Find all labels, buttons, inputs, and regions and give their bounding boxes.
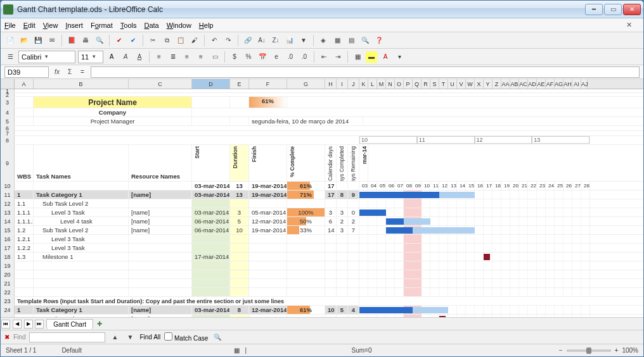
datasources-icon[interactable]: ▤ xyxy=(345,35,357,46)
zoom-in-icon[interactable]: + xyxy=(615,347,619,354)
help-icon[interactable]: ❓ xyxy=(373,35,385,46)
currency-icon[interactable]: $ xyxy=(229,51,240,63)
exponent-icon[interactable]: e xyxy=(271,51,282,63)
add-sheet-icon[interactable]: ✚ xyxy=(97,320,102,327)
sort-asc-icon[interactable]: A↓ xyxy=(256,35,267,46)
open-icon[interactable]: 📂 xyxy=(18,35,30,46)
del-decimal-icon[interactable]: .0 xyxy=(299,51,310,63)
close-button[interactable]: ✕ xyxy=(623,4,641,15)
menu-tools[interactable]: Tools xyxy=(120,22,137,29)
menu-insert[interactable]: Insert xyxy=(65,22,83,29)
spreadsheet-grid[interactable]: ABCDEFGHIJKLMNOPQRSTUVWXYZAAABACADAEAFAG… xyxy=(1,79,643,317)
save-icon[interactable]: 💾 xyxy=(32,35,44,46)
styles-icon[interactable]: ☰ xyxy=(4,51,16,63)
inc-indent-icon[interactable]: ⇥ xyxy=(332,51,344,63)
zoom-slider[interactable] xyxy=(567,349,611,352)
hyperlink-icon[interactable]: 🔗 xyxy=(242,35,254,46)
bgcolor-icon[interactable]: ▬ xyxy=(366,51,377,63)
sort-desc-icon[interactable]: Z↓ xyxy=(270,35,281,46)
dec-indent-icon[interactable]: ⇤ xyxy=(318,51,330,63)
menu-file[interactable]: File xyxy=(4,22,16,29)
sheet-prev-button[interactable]: ◀ xyxy=(13,320,22,329)
align-right-icon[interactable]: ≡ xyxy=(181,51,193,63)
menu-edit[interactable]: Edit xyxy=(23,22,35,29)
formula-input[interactable] xyxy=(91,66,640,78)
print-icon[interactable]: 🖶 xyxy=(80,35,91,46)
find-input[interactable] xyxy=(29,332,105,342)
toolbar-standard: 📄 📂 💾 ✉ 📕 🖶 🔍 ✔ ✔ ✂ ⧉ 📋 🖌 ↶ ↷ 🔗 A↓ Z↓ 📊 … xyxy=(1,32,643,49)
find-options-icon[interactable]: 🔍 xyxy=(212,332,223,343)
borders-icon[interactable]: ▦ xyxy=(352,51,363,63)
app-window: Gantt Chart template.ods - LibreOffice C… xyxy=(0,0,644,357)
find-label: Find xyxy=(13,334,25,341)
spellcheck-icon[interactable]: ✔ xyxy=(113,35,125,46)
equals-icon[interactable]: = xyxy=(77,66,88,78)
more-icon[interactable]: ▾ xyxy=(394,51,405,63)
sheet-next-button[interactable]: ▶ xyxy=(24,320,33,329)
paste-icon[interactable]: 📋 xyxy=(175,35,186,46)
toolbar-formatting: ☰ Calibri▼ 11▼ A A A ≡ ≣ ≡ ≡ ▭ $ % 📅 e .… xyxy=(1,49,643,65)
cut-icon[interactable]: ✂ xyxy=(147,35,158,46)
chart-icon[interactable]: 📊 xyxy=(284,35,295,46)
menubar: File Edit View Insert Format Tools Data … xyxy=(1,18,643,32)
preview-icon[interactable]: 🔍 xyxy=(94,35,105,46)
status-sheet: Sheet 1 / 1 xyxy=(6,347,36,354)
zoom-level[interactable]: 100% xyxy=(622,347,638,354)
formatpaint-icon[interactable]: 🖌 xyxy=(189,35,200,46)
date-icon[interactable]: 📅 xyxy=(257,51,268,63)
find-toolbar: ✖ Find ▲ ▼ Find All Match Case 🔍 xyxy=(1,330,643,344)
app-icon xyxy=(3,4,13,15)
window-title: Gantt Chart template.ods - LibreOffice C… xyxy=(17,5,584,14)
sheet-tab-gantt[interactable]: Gantt Chart xyxy=(46,319,93,329)
gallery-icon[interactable]: ▦ xyxy=(332,35,343,46)
menu-format[interactable]: Format xyxy=(91,22,113,29)
email-icon[interactable]: ✉ xyxy=(46,35,58,46)
filter-icon[interactable]: ▼ xyxy=(298,35,309,46)
underline-icon[interactable]: A xyxy=(134,51,145,63)
menu-view[interactable]: View xyxy=(43,22,58,29)
close-doc-button[interactable]: ✕ xyxy=(626,21,632,29)
zoom-icon[interactable]: 🔍 xyxy=(359,35,371,46)
redo-icon[interactable]: ↷ xyxy=(222,35,234,46)
maximize-button[interactable]: ▭ xyxy=(604,4,622,15)
menu-window[interactable]: Window xyxy=(167,22,191,29)
sum-icon[interactable]: Σ xyxy=(64,66,75,78)
add-decimal-icon[interactable]: .0 xyxy=(285,51,296,63)
bold-icon[interactable]: A xyxy=(106,51,117,63)
sheet-tabs-bar: ⏮ ◀ ▶ ⏭ Gantt Chart ✚ xyxy=(1,317,643,330)
autospell-icon[interactable]: ✔ xyxy=(127,35,139,46)
font-size-combo[interactable]: 11▼ xyxy=(78,51,103,63)
align-left-icon[interactable]: ≡ xyxy=(153,51,165,63)
percent-icon[interactable]: % xyxy=(243,51,254,63)
find-prev-icon[interactable]: ▲ xyxy=(109,332,120,343)
status-style: Default xyxy=(61,347,82,354)
sheet-last-button[interactable]: ⏭ xyxy=(35,320,44,329)
status-sum: Sum=0 xyxy=(352,347,372,354)
find-all-button[interactable]: Find All xyxy=(139,334,160,341)
align-center-icon[interactable]: ≣ xyxy=(167,51,179,63)
cell-reference[interactable]: D39 xyxy=(4,66,49,78)
italic-icon[interactable]: A xyxy=(120,51,131,63)
undo-icon[interactable]: ↶ xyxy=(209,35,220,46)
copy-icon[interactable]: ⧉ xyxy=(161,35,172,46)
sheet-first-button[interactable]: ⏮ xyxy=(1,320,10,329)
formula-bar: D39 fx Σ = xyxy=(1,65,643,79)
titlebar[interactable]: Gantt Chart template.ods - LibreOffice C… xyxy=(1,1,643,18)
match-case-checkbox[interactable]: Match Case xyxy=(164,332,208,342)
font-name-combo[interactable]: Calibri▼ xyxy=(18,51,75,63)
pdf-icon[interactable]: 📕 xyxy=(66,35,77,46)
function-wizard-icon[interactable]: fx xyxy=(51,66,63,78)
close-find-icon[interactable]: ✖ xyxy=(4,334,10,341)
zoom-out-icon[interactable]: − xyxy=(559,347,563,354)
statusbar: Sheet 1 / 1 Default ▦ | Sum=0 − + 100% xyxy=(1,344,643,356)
align-justify-icon[interactable]: ≡ xyxy=(195,51,207,63)
minimize-button[interactable]: ━ xyxy=(585,4,603,15)
new-icon[interactable]: 📄 xyxy=(4,35,16,46)
menu-data[interactable]: Data xyxy=(144,22,158,29)
fontcolor-icon[interactable]: A xyxy=(380,51,391,63)
merge-icon[interactable]: ▭ xyxy=(209,51,221,63)
menu-help[interactable]: Help xyxy=(199,22,214,29)
navigator-icon[interactable]: ◈ xyxy=(318,35,329,46)
find-next-icon[interactable]: ▼ xyxy=(124,332,136,343)
